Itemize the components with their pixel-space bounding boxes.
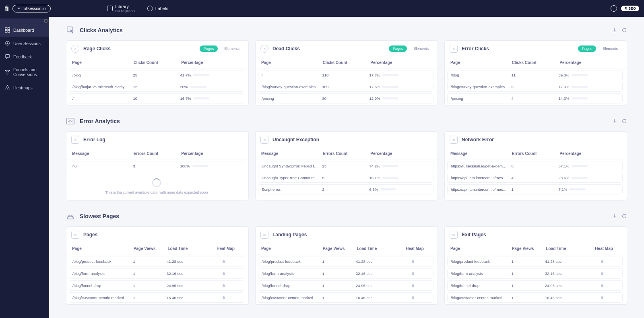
table-row[interactable]: /blog/customer-centric-marketi… 1 16.46 … xyxy=(69,292,244,303)
table-row[interactable]: /pricing 4 14.3% xyxy=(447,93,623,103)
table-row[interactable]: /blog/funnel-drop 1 24.95 sec xyxy=(69,280,244,291)
download-icon[interactable] xyxy=(612,118,617,124)
table-row[interactable]: /blog/survey-question-examples 109 17.6% xyxy=(258,82,433,92)
cell-heat[interactable] xyxy=(585,295,619,300)
cell-heat[interactable] xyxy=(207,283,241,288)
col-views: Page Views xyxy=(134,246,168,251)
cell-pct: 16.7% xyxy=(180,96,241,101)
cell-heat[interactable] xyxy=(396,283,430,288)
log-icon: ⊗ xyxy=(71,136,79,144)
sidebar-collapse[interactable] xyxy=(0,19,49,23)
table-row[interactable]: /pricing 80 12.9% xyxy=(258,93,433,103)
heatmap-icon xyxy=(600,283,605,288)
nav-library[interactable]: Library For beginners xyxy=(107,4,135,13)
section-header-slowest: Slowest Pages xyxy=(66,212,627,221)
col-count: Clicks Count xyxy=(134,60,182,65)
cell-pct: 17.9% xyxy=(559,85,619,89)
sidebar-item-label: Dashboard xyxy=(13,28,34,33)
cell-page: /blog/survey-question-examples xyxy=(451,85,511,89)
cell-views: 1 xyxy=(322,283,356,288)
table-row[interactable]: /blog/survey-question-examples 5 17.9% xyxy=(447,82,623,92)
cell-heat[interactable] xyxy=(585,259,619,264)
workspace-switcher[interactable]: fullsession.io xyxy=(12,5,51,12)
refresh-icon[interactable] xyxy=(621,118,627,124)
table-row[interactable]: /blog/product-feedback 1 41.28 sec xyxy=(258,256,433,266)
sidebar-item-feedback[interactable]: Feedback xyxy=(0,50,49,63)
cell-page: /blog/form-analysis xyxy=(72,271,133,276)
col-load: Load Time xyxy=(167,246,208,251)
table-row[interactable]: Script error. 2 6.5% xyxy=(258,184,433,194)
cell-heat[interactable] xyxy=(585,271,619,276)
info-icon[interactable]: i xyxy=(611,5,617,12)
cell-load: 32.16 sec xyxy=(545,271,585,276)
cell-msg: https://fullsession.io/get-a-demo/th… xyxy=(451,164,511,168)
table-row[interactable]: /blog/product-feedback 1 41.28 sec xyxy=(69,256,244,266)
col-page: Page xyxy=(450,60,512,65)
download-icon[interactable] xyxy=(612,27,617,33)
table-row[interactable]: https://fullsession.io/get-a-demo/th… 8 … xyxy=(447,161,623,171)
table-row[interactable]: / 110 17.7% xyxy=(258,70,433,80)
table-row[interactable]: /blog/form-analysis 1 32.16 sec xyxy=(69,268,244,279)
sidebar-item-dashboard[interactable]: Dashboard xyxy=(0,23,49,37)
cell-page: / xyxy=(262,73,322,77)
dead-clicks-icon: ✕ xyxy=(260,45,268,53)
table-row[interactable]: https://api-iam.intercom.io/messen… 4 28… xyxy=(447,173,623,183)
cell-page: /blog/product-feedback xyxy=(72,259,133,264)
table-row[interactable]: Uncaught SyntaxError: Failed to ex… 23 7… xyxy=(258,161,433,171)
sidebar-item-sessions[interactable]: User Sessions xyxy=(0,37,49,50)
cell-load: 32.16 sec xyxy=(356,271,396,276)
cell-msg: Uncaught SyntaxError: Failed to ex… xyxy=(262,164,322,168)
table-row[interactable]: /blog/customer-centric-marketi… 1 16.46 … xyxy=(258,292,433,303)
section-title: Slowest Pages xyxy=(80,213,119,219)
cell-heat[interactable] xyxy=(396,259,430,264)
cell-heat[interactable] xyxy=(207,259,241,264)
table-row[interactable]: https://api-iam.intercom.io/messen… 1 7.… xyxy=(447,184,623,194)
table-row[interactable]: /blog/product-feedback 1 41.28 sec xyxy=(447,256,623,266)
refresh-icon[interactable] xyxy=(621,213,627,219)
heatmap-icon xyxy=(600,295,605,300)
section-header-errors: 404 Error Analytics xyxy=(66,117,627,126)
sessions-icon xyxy=(5,41,10,46)
cell-pct: 41.7% xyxy=(180,73,241,77)
empty-state: This is the current available data, with… xyxy=(66,173,247,200)
table-row[interactable]: null 3 100% xyxy=(69,161,244,171)
card-title: Error Log xyxy=(83,137,105,142)
table-row[interactable]: /blog/funnel-drop 1 24.95 sec xyxy=(447,280,623,291)
col-pct: Percentage xyxy=(181,60,243,65)
cell-heat[interactable] xyxy=(207,295,241,300)
tab-pages[interactable]: Pages xyxy=(578,45,597,52)
cell-page: /blog/customer-centric-marketi… xyxy=(262,295,322,300)
table-row[interactable]: /blog/form-analysis 1 32.16 sec xyxy=(258,268,433,279)
cell-heat[interactable] xyxy=(585,283,619,288)
tab-elements[interactable]: Elements xyxy=(220,45,244,52)
svg-rect-3 xyxy=(8,30,10,32)
cell-heat[interactable] xyxy=(396,271,430,276)
tab-pages[interactable]: Pages xyxy=(389,45,407,52)
tab-pages[interactable]: Pages xyxy=(200,45,218,52)
cell-pct: 74.2% xyxy=(369,164,430,168)
table-row[interactable]: /blog 25 41.7% xyxy=(69,70,244,80)
cell-count: 11 xyxy=(511,73,558,77)
table-row[interactable]: /blog/funnel-drop 1 24.95 sec xyxy=(258,280,433,291)
nav-labels[interactable]: Labels xyxy=(147,4,168,13)
col-page: Page xyxy=(261,60,323,65)
table-row[interactable]: /blog/hotjar-vs-microsoft-clarity 12 20% xyxy=(69,82,244,92)
table-row[interactable]: Uncaught TypeError: Cannot read … 5 16.1… xyxy=(258,173,433,183)
tab-elements[interactable]: Elements xyxy=(409,45,433,52)
sidebar-item-heatmaps[interactable]: Heatmaps xyxy=(0,81,49,94)
user-badge[interactable]: F. SEO xyxy=(621,6,639,11)
sidebar-item-funnels[interactable]: Funnels and Conversions xyxy=(0,63,49,81)
table-row[interactable]: /blog/customer-centric-marketi… 1 16.46 … xyxy=(447,292,623,303)
download-icon[interactable] xyxy=(612,213,617,219)
col-count: Clicks Count xyxy=(323,60,371,65)
cell-heat[interactable] xyxy=(396,295,430,300)
table-row[interactable]: / 10 16.7% xyxy=(69,93,244,103)
cell-load: 41.28 sec xyxy=(545,259,585,264)
table-row[interactable]: /blog/form-analysis 1 32.16 sec xyxy=(447,268,623,279)
cell-page: /blog/product-feedback xyxy=(451,259,511,264)
refresh-icon[interactable] xyxy=(621,27,627,33)
tab-elements[interactable]: Elements xyxy=(599,45,622,52)
cell-pct: 100% xyxy=(180,164,241,168)
cell-heat[interactable] xyxy=(207,271,241,276)
table-row[interactable]: /blog 11 39.3% xyxy=(447,70,623,80)
